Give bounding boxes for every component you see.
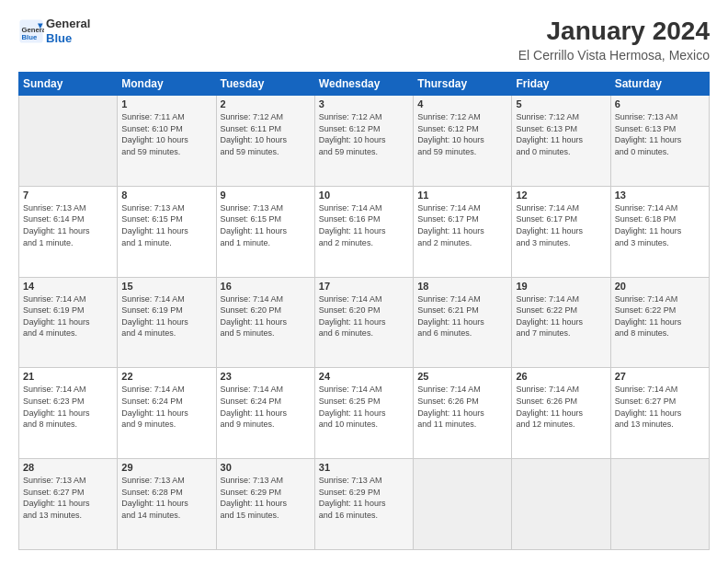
day-number: 14: [23, 281, 113, 292]
calendar-header-row: SundayMondayTuesdayWednesdayThursdayFrid…: [19, 73, 710, 96]
calendar-cell: 12Sunrise: 7:14 AMSunset: 6:17 PMDayligh…: [512, 186, 610, 277]
day-number: 3: [319, 98, 409, 109]
day-info: Sunrise: 7:14 AMSunset: 6:17 PMDaylight:…: [516, 202, 606, 248]
calendar-header-thursday: Thursday: [414, 73, 512, 96]
day-info: Sunrise: 7:12 AMSunset: 6:13 PMDaylight:…: [516, 111, 606, 157]
calendar-week-5: 28Sunrise: 7:13 AMSunset: 6:27 PMDayligh…: [19, 459, 710, 550]
day-number: 4: [417, 98, 507, 109]
day-info: Sunrise: 7:14 AMSunset: 6:20 PMDaylight:…: [221, 293, 311, 339]
day-info: Sunrise: 7:14 AMSunset: 6:27 PMDaylight:…: [615, 384, 705, 430]
day-number: 31: [319, 462, 409, 473]
calendar-cell: 14Sunrise: 7:14 AMSunset: 6:19 PMDayligh…: [19, 277, 118, 368]
calendar-cell: 29Sunrise: 7:13 AMSunset: 6:28 PMDayligh…: [118, 459, 216, 550]
calendar-cell: 25Sunrise: 7:14 AMSunset: 6:26 PMDayligh…: [414, 368, 512, 459]
day-number: 18: [417, 281, 507, 292]
day-info: Sunrise: 7:13 AMSunset: 6:14 PMDaylight:…: [23, 202, 113, 248]
day-number: 10: [319, 190, 409, 201]
day-info: Sunrise: 7:13 AMSunset: 6:15 PMDaylight:…: [121, 202, 211, 248]
calendar-cell: 13Sunrise: 7:14 AMSunset: 6:18 PMDayligh…: [610, 186, 709, 277]
day-number: 29: [121, 462, 211, 473]
main-title: January 2024: [518, 17, 710, 46]
calendar-header-wednesday: Wednesday: [314, 73, 413, 96]
calendar-header-monday: Monday: [118, 73, 216, 96]
day-info: Sunrise: 7:14 AMSunset: 6:16 PMDaylight:…: [319, 202, 409, 248]
calendar-cell: 26Sunrise: 7:14 AMSunset: 6:26 PMDayligh…: [512, 368, 610, 459]
day-info: Sunrise: 7:13 AMSunset: 6:15 PMDaylight:…: [221, 202, 311, 248]
day-number: 21: [23, 371, 113, 382]
day-number: 5: [516, 98, 606, 109]
day-number: 24: [319, 371, 409, 382]
day-info: Sunrise: 7:13 AMSunset: 6:13 PMDaylight:…: [615, 111, 705, 157]
day-number: 9: [221, 190, 311, 201]
day-info: Sunrise: 7:12 AMSunset: 6:11 PMDaylight:…: [221, 111, 311, 157]
day-number: 6: [615, 98, 705, 109]
calendar-cell: 1Sunrise: 7:11 AMSunset: 6:10 PMDaylight…: [118, 96, 216, 187]
calendar-cell: 18Sunrise: 7:14 AMSunset: 6:21 PMDayligh…: [414, 277, 512, 368]
day-info: Sunrise: 7:11 AMSunset: 6:10 PMDaylight:…: [121, 111, 211, 157]
svg-text:Blue: Blue: [22, 33, 38, 41]
day-info: Sunrise: 7:14 AMSunset: 6:24 PMDaylight:…: [121, 384, 211, 430]
day-number: 28: [23, 462, 113, 473]
calendar-cell: [414, 459, 512, 550]
calendar-cell: [512, 459, 610, 550]
page: General Blue General Blue January 2024 E…: [0, 0, 728, 563]
calendar-cell: 6Sunrise: 7:13 AMSunset: 6:13 PMDaylight…: [610, 96, 709, 187]
day-number: 26: [516, 371, 606, 382]
day-number: 1: [121, 98, 211, 109]
calendar-cell: 31Sunrise: 7:13 AMSunset: 6:29 PMDayligh…: [314, 459, 413, 550]
calendar-cell: 8Sunrise: 7:13 AMSunset: 6:15 PMDaylight…: [118, 186, 216, 277]
calendar-cell: 20Sunrise: 7:14 AMSunset: 6:22 PMDayligh…: [610, 277, 709, 368]
header: General Blue General Blue January 2024 E…: [18, 17, 710, 63]
day-number: 25: [417, 371, 507, 382]
logo-icon: General Blue: [18, 18, 44, 44]
day-number: 16: [221, 281, 311, 292]
calendar-week-3: 14Sunrise: 7:14 AMSunset: 6:19 PMDayligh…: [19, 277, 710, 368]
day-number: 2: [221, 98, 311, 109]
calendar-week-1: 1Sunrise: 7:11 AMSunset: 6:10 PMDaylight…: [19, 96, 710, 187]
day-number: 15: [121, 281, 211, 292]
calendar-header-saturday: Saturday: [610, 73, 709, 96]
day-info: Sunrise: 7:14 AMSunset: 6:17 PMDaylight:…: [417, 202, 507, 248]
calendar-cell: 5Sunrise: 7:12 AMSunset: 6:13 PMDaylight…: [512, 96, 610, 187]
day-number: 22: [121, 371, 211, 382]
day-info: Sunrise: 7:14 AMSunset: 6:18 PMDaylight:…: [615, 202, 705, 248]
day-info: Sunrise: 7:13 AMSunset: 6:29 PMDaylight:…: [221, 475, 311, 521]
day-number: 17: [319, 281, 409, 292]
calendar-header-tuesday: Tuesday: [216, 73, 314, 96]
day-info: Sunrise: 7:14 AMSunset: 6:23 PMDaylight:…: [23, 384, 113, 430]
calendar-cell: 9Sunrise: 7:13 AMSunset: 6:15 PMDaylight…: [216, 186, 314, 277]
day-info: Sunrise: 7:14 AMSunset: 6:22 PMDaylight:…: [516, 293, 606, 339]
day-number: 23: [221, 371, 311, 382]
day-number: 11: [417, 190, 507, 201]
calendar-week-4: 21Sunrise: 7:14 AMSunset: 6:23 PMDayligh…: [19, 368, 710, 459]
calendar-cell: 21Sunrise: 7:14 AMSunset: 6:23 PMDayligh…: [19, 368, 118, 459]
subtitle: El Cerrillo Vista Hermosa, Mexico: [518, 48, 710, 63]
day-number: 12: [516, 190, 606, 201]
day-info: Sunrise: 7:12 AMSunset: 6:12 PMDaylight:…: [417, 111, 507, 157]
day-info: Sunrise: 7:14 AMSunset: 6:26 PMDaylight:…: [516, 384, 606, 430]
day-info: Sunrise: 7:14 AMSunset: 6:25 PMDaylight:…: [319, 384, 409, 430]
calendar-cell: 16Sunrise: 7:14 AMSunset: 6:20 PMDayligh…: [216, 277, 314, 368]
title-block: January 2024 El Cerrillo Vista Hermosa, …: [518, 17, 710, 63]
calendar-cell: 10Sunrise: 7:14 AMSunset: 6:16 PMDayligh…: [314, 186, 413, 277]
calendar-cell: 15Sunrise: 7:14 AMSunset: 6:19 PMDayligh…: [118, 277, 216, 368]
calendar-cell: 2Sunrise: 7:12 AMSunset: 6:11 PMDaylight…: [216, 96, 314, 187]
calendar-cell: 24Sunrise: 7:14 AMSunset: 6:25 PMDayligh…: [314, 368, 413, 459]
day-info: Sunrise: 7:13 AMSunset: 6:28 PMDaylight:…: [121, 475, 211, 521]
calendar-cell: 30Sunrise: 7:13 AMSunset: 6:29 PMDayligh…: [216, 459, 314, 550]
day-info: Sunrise: 7:14 AMSunset: 6:26 PMDaylight:…: [417, 384, 507, 430]
calendar-cell: [19, 96, 118, 187]
calendar-cell: [610, 459, 709, 550]
logo: General Blue General Blue: [18, 17, 90, 45]
day-info: Sunrise: 7:12 AMSunset: 6:12 PMDaylight:…: [319, 111, 409, 157]
calendar-cell: 7Sunrise: 7:13 AMSunset: 6:14 PMDaylight…: [19, 186, 118, 277]
calendar-cell: 17Sunrise: 7:14 AMSunset: 6:20 PMDayligh…: [314, 277, 413, 368]
logo-text: General Blue: [46, 17, 90, 45]
day-info: Sunrise: 7:13 AMSunset: 6:29 PMDaylight:…: [319, 475, 409, 521]
day-info: Sunrise: 7:14 AMSunset: 6:19 PMDaylight:…: [121, 293, 211, 339]
calendar-header-friday: Friday: [512, 73, 610, 96]
day-number: 13: [615, 190, 705, 201]
calendar-header-sunday: Sunday: [19, 73, 118, 96]
calendar-cell: 28Sunrise: 7:13 AMSunset: 6:27 PMDayligh…: [19, 459, 118, 550]
day-number: 27: [615, 371, 705, 382]
